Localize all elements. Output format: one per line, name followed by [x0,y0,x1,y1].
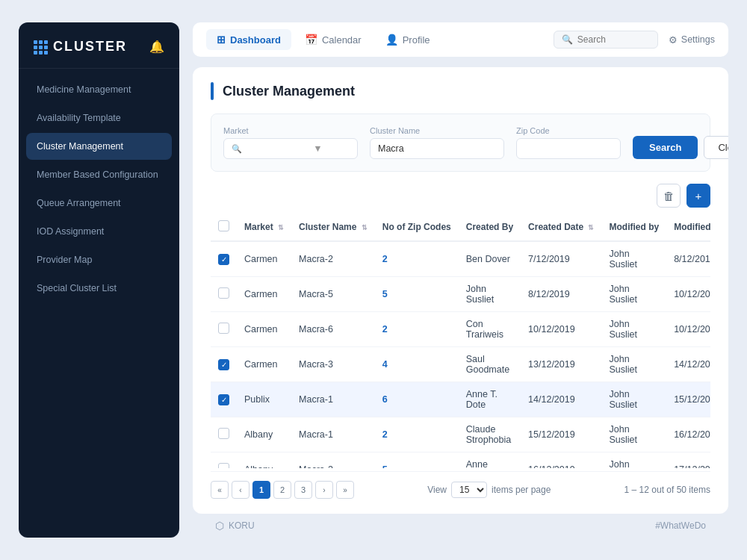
table-row: ✓ Carmen Macra-3 4 Saul Goodmate 13/12/2… [211,347,710,382]
pagination-next[interactable]: › [315,481,333,499]
row-zip-count[interactable]: 4 [375,347,459,382]
row-created-date: 16/12/2019 [521,452,601,469]
koru-icon: ⬡ [215,520,224,532]
logo-grid-icon [34,40,47,54]
row-market: Albany [237,452,291,469]
cluster-name-input[interactable] [378,143,483,154]
search-input[interactable] [577,34,652,45]
row-checkbox[interactable]: ✓ [218,359,229,370]
main-content: ⊞ Dashboard 📅 Calendar 👤 Profile 🔍 ⚙ Set… [179,22,728,538]
delete-button[interactable]: 🗑 [657,184,681,208]
market-label: Market [223,126,358,135]
tab-profile[interactable]: 👤 Profile [375,29,441,50]
table-row: ✓ Carmen Macra-2 2 Ben Dover 7/12/2019 J… [211,241,710,277]
row-modified-date: 16/12/2019 [666,417,710,452]
row-checkbox-cell: ✓ [211,241,237,277]
sidebar-item-cluster[interactable]: Cluster Management [26,133,172,160]
row-checkbox[interactable] [218,463,229,468]
row-modified-by: John Susliet [601,347,666,382]
tab-profile-label: Profile [403,34,430,46]
row-modified-date: 15/12/2019 [666,382,710,417]
search-icon: 🔍 [562,34,573,45]
row-created-date: 14/12/2019 [521,382,601,417]
table-row: ✓ Publix Macra-1 6 Anne T. Dote 14/12/20… [211,382,710,417]
row-zip-count[interactable]: 6 [375,382,459,417]
pagination-last[interactable]: » [336,481,354,499]
zipcode-input[interactable] [524,143,607,154]
row-created-by: John Susliet [459,277,521,312]
row-market: Carmen [237,312,291,347]
sidebar-item-provider[interactable]: Provider Map [26,246,172,273]
row-cluster-name: Macra-1 [291,382,375,417]
sidebar-brand-title: CLUSTER [53,39,127,55]
row-cluster-name: Macra-6 [291,312,375,347]
cluster-filter: Cluster Name [370,126,504,159]
pagination-first[interactable]: « [211,481,229,499]
view-label: View [427,485,447,495]
row-checkbox[interactable] [218,323,229,334]
tab-calendar[interactable]: 📅 Calendar [294,29,372,50]
notification-bell-icon[interactable]: 🔔 [149,40,164,54]
pagination-view: View 15 25 50 items per page [427,482,551,498]
row-market: Carmen [237,241,291,277]
data-table: Market ⇅ Cluster Name ⇅ No of Zip Codes … [211,214,710,468]
pagination-page-2[interactable]: 2 [273,481,291,499]
add-button[interactable]: + [686,184,710,208]
pagination-prev[interactable]: ‹ [232,481,249,499]
sidebar: CLUSTER 🔔 Medicine Management Availabili… [19,22,179,538]
row-created-by: Con Trariweis [459,312,521,347]
settings-button[interactable]: ⚙ Settings [669,34,715,46]
zipcode-input-wrap [516,138,621,159]
row-zip-count[interactable]: 2 [375,417,459,452]
topnav-search[interactable]: 🔍 [554,31,658,49]
row-checkbox[interactable]: ✓ [218,254,229,265]
filter-row: Market 🔍 ▼ Cluster Name Zip Code [211,113,710,172]
row-checkbox[interactable] [218,428,229,439]
table-section: 🗑 + Market ⇅ Cluster Name ⇅ No [211,184,710,499]
row-created-by: Claude Strophobia [459,417,521,452]
tab-dashboard[interactable]: ⊞ Dashboard [206,29,291,50]
row-zip-count[interactable]: 2 [375,241,459,277]
col-modified-date: Modified Date ⇅ [666,214,710,241]
row-checkbox[interactable] [218,287,229,299]
row-created-by: Anne T. Dote [459,382,521,417]
search-button[interactable]: Search [633,136,698,159]
header-checkbox[interactable] [218,220,229,231]
clear-button[interactable]: Clear [704,136,728,159]
col-created-date: Created Date ⇅ [521,214,601,241]
row-cluster-name: Macra-2 [291,452,375,469]
page-title-accent [211,82,214,100]
sidebar-item-member[interactable]: Member Based Configuration [26,161,172,188]
row-modified-date: 8/12/2019 [666,241,710,277]
row-modified-date: 10/12/2019 [666,277,710,312]
row-modified-by: John Susliet [601,417,666,452]
pagination-page-1[interactable]: 1 [252,481,270,499]
items-per-page-select[interactable]: 15 25 50 [451,482,487,498]
row-market: Albany [237,417,291,452]
sidebar-item-special[interactable]: Special Cluster List [26,275,172,302]
row-zip-count[interactable]: 2 [375,312,459,347]
sidebar-item-medicine[interactable]: Medicine Management [26,76,172,103]
settings-label: Settings [681,34,715,45]
cluster-label: Cluster Name [370,126,504,135]
pagination-page-3[interactable]: 3 [294,481,312,499]
row-checkbox[interactable]: ✓ [218,394,229,405]
market-select[interactable]: 🔍 ▼ [223,138,358,159]
table-row: Albany Macra-2 5 Anne Gloindian 16/12/20… [211,452,710,469]
sidebar-item-iod[interactable]: IOD Assignment [26,218,172,245]
sidebar-item-availability[interactable]: Availability Template [26,105,172,131]
row-zip-count[interactable]: 5 [375,277,459,312]
row-market: Carmen [237,277,291,312]
table-body: ✓ Carmen Macra-2 2 Ben Dover 7/12/2019 J… [211,241,710,468]
row-cluster-name: Macra-3 [291,347,375,382]
footer-logo-text: KORU [229,520,255,531]
dashboard-icon: ⊞ [217,34,226,46]
sidebar-item-queue[interactable]: Queue Arrangement [26,190,172,217]
row-created-date: 7/12/2019 [521,241,601,277]
row-modified-by: John Susliet [601,277,666,312]
footer: ⬡ KORU #WhatWeDo [193,514,728,538]
row-zip-count[interactable]: 5 [375,452,459,469]
gear-icon: ⚙ [669,34,678,46]
row-created-date: 13/12/2019 [521,347,601,382]
row-created-by: Saul Goodmate [459,347,521,382]
